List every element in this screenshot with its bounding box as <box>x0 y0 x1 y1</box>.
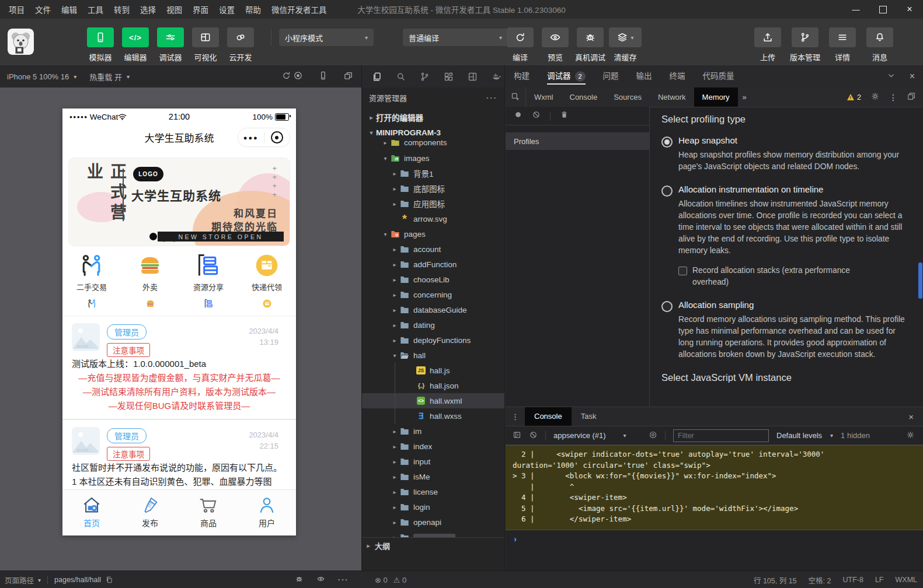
toolbar-action-真机调试[interactable]: 真机调试 <box>573 27 607 62</box>
close-button[interactable]: × <box>896 0 923 19</box>
tree-item-hall.json[interactable]: {..}hall.json <box>362 378 504 393</box>
editor-icon[interactable]: </> <box>122 27 149 47</box>
hot-reload-select[interactable]: 热重载 开▾ <box>89 71 130 82</box>
toolbar-action-上传[interactable]: 上传 <box>750 27 786 62</box>
panel-close-icon[interactable]: × <box>910 71 915 82</box>
record-icon[interactable] <box>293 71 303 82</box>
panel-tab-构建[interactable]: 构建 <box>514 65 530 88</box>
eye-icon[interactable] <box>649 430 657 441</box>
toolbar-mode-可视化[interactable]: 可视化 <box>189 27 222 62</box>
mode-select[interactable]: 小程序模式▾ <box>279 29 374 46</box>
version-branch-icon[interactable] <box>792 27 818 47</box>
chevron-down-icon[interactable] <box>887 71 896 82</box>
toolbar-mode-调试器[interactable]: 调试器 <box>154 27 187 62</box>
warning-count[interactable]: 2 <box>847 93 861 102</box>
user-avatar[interactable] <box>8 29 34 55</box>
tree-item-hall[interactable]: ▾hall <box>362 348 504 363</box>
page-path-label[interactable]: 页面路径 <box>5 575 34 586</box>
toolbar-mode-云开发[interactable]: 云开发 <box>224 27 257 62</box>
menu-item-10[interactable]: 微信开发者工具 <box>266 4 332 15</box>
menu-item-6[interactable]: 视图 <box>161 4 187 15</box>
statusbar-seg-4[interactable]: WXML <box>896 576 918 584</box>
parcel-small-icon[interactable] <box>238 298 296 309</box>
inspect-element-icon[interactable] <box>506 88 526 107</box>
menu-item-4[interactable]: 转到 <box>109 4 135 15</box>
levels-select[interactable]: Default levels▾ <box>776 431 833 440</box>
tree-item-components[interactable]: ▸components <box>362 140 504 150</box>
console-warning-message[interactable]: 2 | <swiper indicator-dots='true' autopl… <box>506 445 923 530</box>
tree-item-MINIPROGRAM-3[interactable]: ▾MINIPROGRAM-3 <box>362 125 504 140</box>
menu-item-8[interactable]: 设置 <box>214 4 240 15</box>
more-icon[interactable]: ●●● <box>238 134 264 141</box>
devtools-tab-Wxml[interactable]: Wxml <box>526 88 562 107</box>
refresh-icon[interactable] <box>281 71 291 82</box>
tabbar-item-首页[interactable]: 首页 <box>62 490 121 536</box>
statusbar-bug-icon[interactable] <box>295 575 304 585</box>
tree-item-license[interactable]: ▸license <box>362 484 504 499</box>
devtools-tab-Memory[interactable]: Memory <box>694 88 738 107</box>
devtools-tab-Network[interactable]: Network <box>650 88 694 107</box>
statusbar-eye-icon[interactable] <box>316 575 325 585</box>
message-bell-icon[interactable] <box>866 27 893 47</box>
grid-item-快递代领[interactable]: 快递代领 <box>238 252 296 309</box>
tree-item-index[interactable]: ▸index <box>362 439 504 454</box>
tree-item-hall.wxss[interactable]: ∃hall.wxss <box>362 408 504 424</box>
settings-gear-icon[interactable] <box>870 92 880 103</box>
trade-small-icon[interactable] <box>62 298 121 309</box>
console-tab-Task[interactable]: Task <box>572 407 606 426</box>
device-select[interactable]: iPhone 5 100% 16▾ <box>7 72 76 81</box>
tree-item-openapi[interactable]: ▸openapi <box>362 514 504 530</box>
tabs-overflow-icon[interactable]: » <box>738 93 751 102</box>
statusbar-seg-0[interactable]: 行 105, 列 15 <box>754 575 797 586</box>
statusbar-more-icon[interactable]: ··· <box>338 576 349 584</box>
tree-item-images[interactable]: ▾images <box>362 150 504 166</box>
tree-item-arrow.svg[interactable]: *arrow.svg <box>362 211 504 226</box>
console-settings-icon[interactable] <box>906 430 923 441</box>
search-icon[interactable] <box>395 71 406 82</box>
copy-path-icon[interactable] <box>105 576 113 584</box>
statusbar-seg-3[interactable]: LF <box>875 576 884 584</box>
tabbar-item-商品[interactable]: 商品 <box>179 490 238 536</box>
compile-select[interactable]: 普通编译▾ <box>403 29 508 46</box>
tree-item-im[interactable]: ▸im <box>362 424 504 439</box>
tree-item-clipped[interactable]: ▸ <box>362 530 504 538</box>
tree-item-addFunction[interactable]: ▸addFunction <box>362 257 504 272</box>
trade-icon[interactable] <box>62 252 121 279</box>
simulator-icon[interactable] <box>87 27 114 47</box>
checkbox[interactable] <box>678 267 687 275</box>
banner-carousel[interactable]: 正式营业 LOGO 大学生互助系统 ++++ 和风夏日 期待您的光临 NEW S… <box>68 158 290 246</box>
menu-item-7[interactable]: 界面 <box>187 4 214 15</box>
compile-refresh-icon[interactable] <box>507 27 534 47</box>
panel-tab-问题[interactable]: 问题 <box>603 65 619 88</box>
burger-small-icon[interactable] <box>121 298 179 309</box>
radio-button[interactable] <box>661 301 673 312</box>
tree-item-concerning[interactable]: ▸concerning <box>362 287 504 302</box>
kebab-menu-icon[interactable]: ⋮ <box>889 93 897 102</box>
tree-item-deployFunctions[interactable]: ▸deployFunctions <box>362 332 504 348</box>
tree-item-打开的编辑器[interactable]: ▸打开的编辑器 <box>362 110 504 125</box>
filter-input[interactable] <box>673 429 769 442</box>
problems-summary[interactable]: ⊗ 0 ⚠ 0 <box>375 576 406 584</box>
sidebar-toggle-icon[interactable] <box>513 430 521 441</box>
layout-panel-icon[interactable] <box>467 71 478 82</box>
menu-item-9[interactable]: 帮助 <box>240 4 266 15</box>
files-icon[interactable] <box>371 71 382 82</box>
record-profile-icon[interactable] <box>514 110 523 121</box>
toolbar-action-编译[interactable]: 编译 <box>503 27 537 62</box>
clear-icon[interactable] <box>532 110 541 121</box>
upload-icon[interactable] <box>754 27 781 47</box>
drag-handle-icon[interactable]: ⋮ <box>506 412 525 421</box>
tree-item-databaseGuide[interactable]: ▸databaseGuide <box>362 302 504 317</box>
minimize-button[interactable]: — <box>842 0 869 19</box>
tree-item-login[interactable]: ▸login <box>362 499 504 514</box>
toolbar-action-版本管理[interactable]: 版本管理 <box>787 27 823 62</box>
panel-tab-终端[interactable]: 终端 <box>670 65 685 88</box>
tree-item-应用图标[interactable]: ▸应用图标 <box>362 196 504 211</box>
devtools-tab-Console[interactable]: Console <box>562 88 606 107</box>
tree-item-isMe[interactable]: ▸isMe <box>362 469 504 484</box>
radio-button[interactable] <box>661 136 673 148</box>
toolbar-mode-编辑器[interactable]: </>编辑器 <box>119 27 152 62</box>
panel-tab-调试器[interactable]: 调试器2 <box>547 65 586 88</box>
toolbar-action-清缓存[interactable]: ▾清缓存 <box>608 27 642 62</box>
details-list-icon[interactable] <box>829 27 856 47</box>
